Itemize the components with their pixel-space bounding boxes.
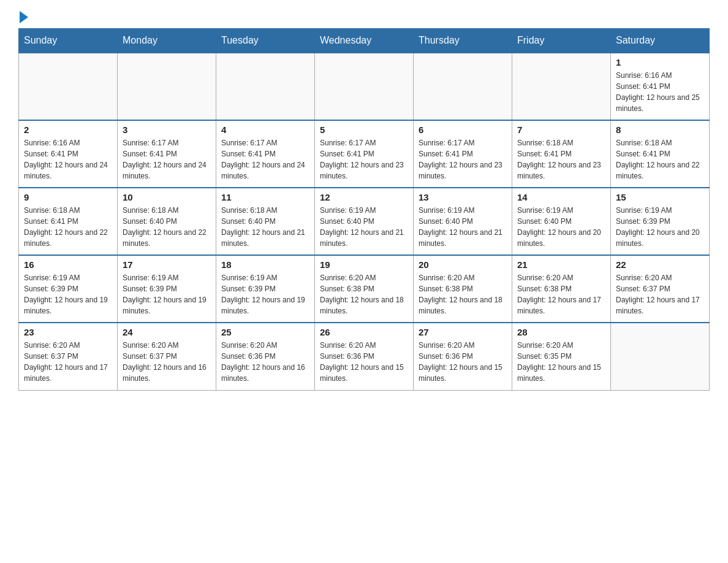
week-row-1: 1Sunrise: 6:16 AM Sunset: 6:41 PM Daylig… bbox=[19, 53, 710, 120]
week-row-2: 2Sunrise: 6:16 AM Sunset: 6:41 PM Daylig… bbox=[19, 120, 710, 188]
calendar-cell: 10Sunrise: 6:18 AM Sunset: 6:40 PM Dayli… bbox=[118, 188, 216, 255]
calendar-cell: 7Sunrise: 6:18 AM Sunset: 6:41 PM Daylig… bbox=[512, 120, 611, 188]
calendar-cell: 11Sunrise: 6:18 AM Sunset: 6:40 PM Dayli… bbox=[216, 188, 315, 255]
calendar-cell: 17Sunrise: 6:19 AM Sunset: 6:39 PM Dayli… bbox=[118, 255, 216, 323]
calendar-cell: 2Sunrise: 6:16 AM Sunset: 6:41 PM Daylig… bbox=[19, 120, 118, 188]
logo-text bbox=[18, 12, 28, 23]
day-number: 28 bbox=[517, 327, 605, 337]
calendar-cell bbox=[512, 53, 611, 120]
col-header-tuesday: Tuesday bbox=[216, 29, 315, 53]
day-number: 1 bbox=[616, 57, 704, 67]
calendar-cell: 22Sunrise: 6:20 AM Sunset: 6:37 PM Dayli… bbox=[611, 255, 710, 323]
week-row-4: 16Sunrise: 6:19 AM Sunset: 6:39 PM Dayli… bbox=[19, 255, 710, 323]
calendar-cell: 4Sunrise: 6:17 AM Sunset: 6:41 PM Daylig… bbox=[216, 120, 315, 188]
day-number: 26 bbox=[320, 327, 408, 337]
calendar-cell: 8Sunrise: 6:18 AM Sunset: 6:41 PM Daylig… bbox=[611, 120, 710, 188]
logo-arrow-icon bbox=[20, 11, 28, 23]
day-info: Sunrise: 6:19 AM Sunset: 6:39 PM Dayligh… bbox=[616, 205, 704, 249]
calendar-cell: 13Sunrise: 6:19 AM Sunset: 6:40 PM Dayli… bbox=[414, 188, 512, 255]
day-info: Sunrise: 6:17 AM Sunset: 6:41 PM Dayligh… bbox=[419, 137, 507, 182]
day-info: Sunrise: 6:19 AM Sunset: 6:40 PM Dayligh… bbox=[419, 205, 507, 249]
day-number: 15 bbox=[616, 192, 704, 202]
calendar-cell: 12Sunrise: 6:19 AM Sunset: 6:40 PM Dayli… bbox=[315, 188, 414, 255]
day-number: 6 bbox=[419, 124, 507, 135]
day-number: 27 bbox=[419, 327, 507, 337]
calendar-cell: 19Sunrise: 6:20 AM Sunset: 6:38 PM Dayli… bbox=[315, 255, 414, 323]
day-number: 5 bbox=[320, 124, 408, 135]
day-info: Sunrise: 6:20 AM Sunset: 6:35 PM Dayligh… bbox=[517, 340, 605, 384]
calendar-cell bbox=[315, 53, 414, 120]
day-info: Sunrise: 6:19 AM Sunset: 6:39 PM Dayligh… bbox=[24, 272, 112, 316]
logo bbox=[18, 12, 28, 22]
col-header-monday: Monday bbox=[118, 29, 216, 53]
day-number: 23 bbox=[24, 327, 112, 337]
day-info: Sunrise: 6:20 AM Sunset: 6:36 PM Dayligh… bbox=[320, 340, 408, 384]
calendar-cell: 5Sunrise: 6:17 AM Sunset: 6:41 PM Daylig… bbox=[315, 120, 414, 188]
day-number: 2 bbox=[24, 124, 112, 135]
day-number: 11 bbox=[221, 192, 309, 202]
calendar-cell: 3Sunrise: 6:17 AM Sunset: 6:41 PM Daylig… bbox=[118, 120, 216, 188]
day-number: 22 bbox=[616, 259, 704, 270]
day-info: Sunrise: 6:18 AM Sunset: 6:41 PM Dayligh… bbox=[616, 137, 704, 182]
day-number: 21 bbox=[517, 259, 605, 270]
col-header-saturday: Saturday bbox=[611, 29, 710, 53]
day-info: Sunrise: 6:20 AM Sunset: 6:37 PM Dayligh… bbox=[123, 340, 211, 384]
day-info: Sunrise: 6:20 AM Sunset: 6:36 PM Dayligh… bbox=[221, 340, 309, 384]
day-info: Sunrise: 6:19 AM Sunset: 6:39 PM Dayligh… bbox=[221, 272, 309, 316]
day-number: 13 bbox=[419, 192, 507, 202]
calendar-cell: 14Sunrise: 6:19 AM Sunset: 6:40 PM Dayli… bbox=[512, 188, 611, 255]
day-number: 25 bbox=[221, 327, 309, 337]
col-header-thursday: Thursday bbox=[414, 29, 512, 53]
col-header-wednesday: Wednesday bbox=[315, 29, 414, 53]
calendar-table: SundayMondayTuesdayWednesdayThursdayFrid… bbox=[18, 28, 710, 391]
day-info: Sunrise: 6:16 AM Sunset: 6:41 PM Dayligh… bbox=[24, 137, 112, 182]
day-number: 16 bbox=[24, 259, 112, 270]
day-number: 4 bbox=[221, 124, 309, 135]
day-number: 17 bbox=[123, 259, 211, 270]
calendar-cell: 24Sunrise: 6:20 AM Sunset: 6:37 PM Dayli… bbox=[118, 323, 216, 390]
day-number: 24 bbox=[123, 327, 211, 337]
calendar-cell bbox=[118, 53, 216, 120]
day-number: 8 bbox=[616, 124, 704, 135]
day-number: 3 bbox=[123, 124, 211, 135]
calendar-cell: 26Sunrise: 6:20 AM Sunset: 6:36 PM Dayli… bbox=[315, 323, 414, 390]
day-number: 19 bbox=[320, 259, 408, 270]
day-number: 14 bbox=[517, 192, 605, 202]
day-info: Sunrise: 6:18 AM Sunset: 6:41 PM Dayligh… bbox=[24, 205, 112, 249]
week-row-5: 23Sunrise: 6:20 AM Sunset: 6:37 PM Dayli… bbox=[19, 323, 710, 390]
day-number: 9 bbox=[24, 192, 112, 202]
day-info: Sunrise: 6:19 AM Sunset: 6:40 PM Dayligh… bbox=[517, 205, 605, 249]
calendar-cell: 16Sunrise: 6:19 AM Sunset: 6:39 PM Dayli… bbox=[19, 255, 118, 323]
week-row-3: 9Sunrise: 6:18 AM Sunset: 6:41 PM Daylig… bbox=[19, 188, 710, 255]
day-number: 10 bbox=[123, 192, 211, 202]
calendar-cell: 1Sunrise: 6:16 AM Sunset: 6:41 PM Daylig… bbox=[611, 53, 710, 120]
day-info: Sunrise: 6:18 AM Sunset: 6:40 PM Dayligh… bbox=[123, 205, 211, 249]
calendar-cell bbox=[216, 53, 315, 120]
col-header-sunday: Sunday bbox=[19, 29, 118, 53]
day-info: Sunrise: 6:20 AM Sunset: 6:38 PM Dayligh… bbox=[320, 272, 408, 316]
calendar-cell: 18Sunrise: 6:19 AM Sunset: 6:39 PM Dayli… bbox=[216, 255, 315, 323]
calendar-cell: 28Sunrise: 6:20 AM Sunset: 6:35 PM Dayli… bbox=[512, 323, 611, 390]
calendar-cell bbox=[19, 53, 118, 120]
calendar-cell: 6Sunrise: 6:17 AM Sunset: 6:41 PM Daylig… bbox=[414, 120, 512, 188]
day-info: Sunrise: 6:17 AM Sunset: 6:41 PM Dayligh… bbox=[221, 137, 309, 182]
calendar-cell: 27Sunrise: 6:20 AM Sunset: 6:36 PM Dayli… bbox=[414, 323, 512, 390]
calendar-header-row: SundayMondayTuesdayWednesdayThursdayFrid… bbox=[19, 29, 710, 53]
day-info: Sunrise: 6:20 AM Sunset: 6:38 PM Dayligh… bbox=[419, 272, 507, 316]
day-number: 12 bbox=[320, 192, 408, 202]
day-number: 7 bbox=[517, 124, 605, 135]
calendar-cell bbox=[414, 53, 512, 120]
day-info: Sunrise: 6:20 AM Sunset: 6:36 PM Dayligh… bbox=[419, 340, 507, 384]
day-info: Sunrise: 6:19 AM Sunset: 6:40 PM Dayligh… bbox=[320, 205, 408, 249]
calendar-cell: 23Sunrise: 6:20 AM Sunset: 6:37 PM Dayli… bbox=[19, 323, 118, 390]
day-number: 18 bbox=[221, 259, 309, 270]
day-info: Sunrise: 6:20 AM Sunset: 6:37 PM Dayligh… bbox=[24, 340, 112, 384]
day-info: Sunrise: 6:17 AM Sunset: 6:41 PM Dayligh… bbox=[123, 137, 211, 182]
day-info: Sunrise: 6:18 AM Sunset: 6:40 PM Dayligh… bbox=[221, 205, 309, 249]
day-info: Sunrise: 6:18 AM Sunset: 6:41 PM Dayligh… bbox=[517, 137, 605, 182]
day-info: Sunrise: 6:20 AM Sunset: 6:38 PM Dayligh… bbox=[517, 272, 605, 316]
col-header-friday: Friday bbox=[512, 29, 611, 53]
calendar-cell: 15Sunrise: 6:19 AM Sunset: 6:39 PM Dayli… bbox=[611, 188, 710, 255]
day-info: Sunrise: 6:20 AM Sunset: 6:37 PM Dayligh… bbox=[616, 272, 704, 316]
day-info: Sunrise: 6:19 AM Sunset: 6:39 PM Dayligh… bbox=[123, 272, 211, 316]
